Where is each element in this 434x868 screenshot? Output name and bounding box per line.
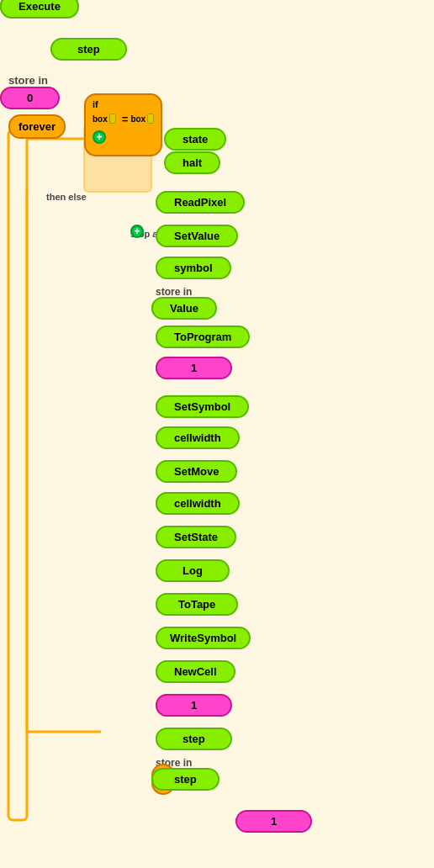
state-text: state <box>183 133 208 146</box>
plus-circle-if[interactable]: + <box>93 130 106 144</box>
step-text-2: step <box>183 733 205 745</box>
value-step-plus-row: + value + box step <box>151 772 167 786</box>
one-block-3[interactable]: 1 <box>236 810 312 833</box>
log-text: Log <box>183 564 203 577</box>
Value-text: Value <box>170 302 198 315</box>
svg-rect-0 <box>8 130 27 820</box>
totape-block[interactable]: ToTape <box>156 593 238 616</box>
setsymbol-block[interactable]: SetSymbol <box>156 395 249 418</box>
execute-block[interactable]: Execute <box>0 0 79 19</box>
Value-block[interactable]: Value <box>151 297 217 320</box>
setvalue-text: SetValue <box>174 230 220 242</box>
zero-block[interactable]: 0 <box>0 87 60 109</box>
step-text: step <box>77 43 100 56</box>
one-text-3: 1 <box>271 815 277 828</box>
plus-circle-action[interactable]: + <box>130 225 144 238</box>
if-block[interactable]: if box = box + <box>84 93 162 156</box>
execute-text: Execute <box>19 0 61 13</box>
setmove-text: SetMove <box>174 465 219 478</box>
step-block[interactable]: step <box>50 38 127 61</box>
writesymbol-text: WriteSymbol <box>170 632 236 644</box>
readpixel-block[interactable]: ReadPixel <box>156 191 245 214</box>
if-text: if <box>93 99 98 109</box>
store-in-text2: store in <box>156 286 192 298</box>
setstate-block[interactable]: SetState <box>156 526 236 548</box>
setmove-block[interactable]: SetMove <box>156 460 237 483</box>
then-else-label: then else <box>46 192 87 202</box>
one-text-1: 1 <box>191 362 197 374</box>
symbol-block[interactable]: symbol <box>156 257 231 279</box>
one-bottom-row: + 1 <box>236 814 251 828</box>
toprogram-text: ToProgram <box>174 331 231 343</box>
one-block-1[interactable]: 1 <box>156 357 232 379</box>
equals-text: = <box>122 113 129 125</box>
setstate-text: SetState <box>174 531 218 543</box>
halt-block[interactable]: halt <box>164 151 220 174</box>
step-text-3: step <box>174 773 197 786</box>
log-block[interactable]: Log <box>156 559 230 582</box>
symbol-text: symbol <box>174 262 213 274</box>
writesymbol-block[interactable]: WriteSymbol <box>156 627 251 649</box>
toprogram-block[interactable]: ToProgram <box>156 326 250 348</box>
step-block-3[interactable]: step <box>151 768 220 791</box>
forever-block[interactable]: forever <box>8 114 66 139</box>
cellwidth-block-2[interactable]: cellwidth <box>156 492 240 515</box>
readpixel-text: ReadPixel <box>174 196 226 209</box>
state-block[interactable]: state <box>164 128 226 151</box>
setvalue-block[interactable]: SetValue <box>156 225 238 247</box>
store-in-text1: store in <box>8 74 48 87</box>
newcell-text: NewCell <box>174 665 217 678</box>
one-block-2[interactable]: 1 <box>156 694 232 717</box>
newcell-block[interactable]: NewCell <box>156 660 236 683</box>
value-zero-row: + value 0 <box>0 91 15 104</box>
cellwidth-text-2: cellwidth <box>174 497 221 510</box>
one-text-2: 1 <box>191 699 197 712</box>
setsymbol-text: SetSymbol <box>174 400 230 413</box>
nub-if-1 <box>109 114 116 124</box>
halt-text: halt <box>183 156 202 169</box>
zero-text: 0 <box>27 92 33 104</box>
cellwidth-block-1[interactable]: cellwidth <box>156 426 240 449</box>
store-in-row1: store in <box>8 74 48 87</box>
canvas: action Execute box step store in + value… <box>0 0 434 868</box>
step-block-2[interactable]: step <box>156 728 232 750</box>
box-label-3: box <box>130 114 146 124</box>
value-box-value-row: + value box Value <box>151 301 167 315</box>
totape-text: ToTape <box>178 598 215 611</box>
cellwidth-text-1: cellwidth <box>174 431 221 444</box>
box-label-2: box <box>93 114 108 124</box>
forever-text: forever <box>19 120 56 133</box>
nub-if-2 <box>147 114 154 124</box>
